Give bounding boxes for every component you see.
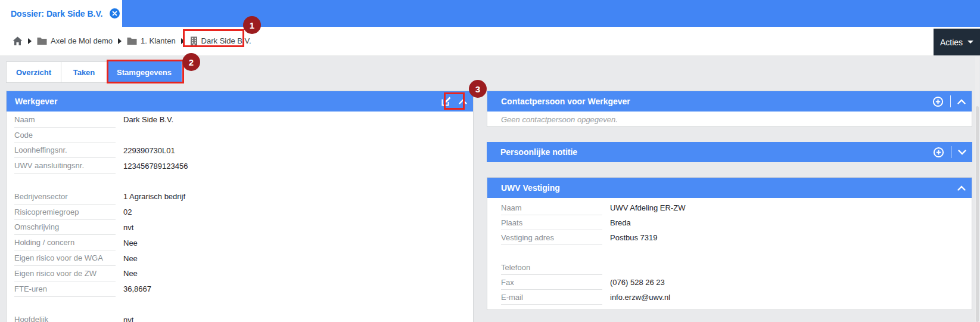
field-label (14, 174, 116, 189)
field-value: Breda (602, 218, 631, 227)
breadcrumb-separator-icon (181, 38, 185, 44)
field-label: Naam (14, 112, 116, 128)
werkgever-panel: Werkgever Naam Dark Side B.V. Code Loonh… (6, 91, 474, 322)
field-value: nvt (116, 223, 133, 232)
dossier-window-tab[interactable]: Dossier: Dark Side B.V. (0, 0, 122, 27)
werkgever-fields: Naam Dark Side B.V. Code Loonheffingsnr.… (7, 112, 473, 322)
field-label: Bedrijvensector (14, 189, 116, 205)
field-row: Bedrijvensector 1 Agrarisch bedrijf (14, 189, 473, 205)
field-label: UWV aansluitingsnr. (14, 158, 116, 174)
notitie-panel: Persoonlijke notitie (487, 142, 972, 162)
field-row (14, 174, 473, 189)
field-row: Vestiging adres Postbus 7319 (501, 230, 972, 245)
annotation-badge-2: 2 (182, 53, 200, 71)
field-label: Telefoon (501, 260, 602, 275)
contactpersoon-panel: Contactpersoon voor Werkgever Geen conta… (487, 91, 972, 127)
folder-icon (127, 37, 137, 45)
breadcrumb-separator-icon (28, 38, 32, 44)
chevron-up-icon[interactable] (459, 99, 467, 104)
field-row: Telefoon (501, 260, 972, 275)
breadcrumb: Axel de Mol demo 1. Klanten Dark Side B.… (0, 27, 980, 55)
tab-taken[interactable]: Taken (61, 61, 107, 83)
breadcrumb-item-folder[interactable]: Axel de Mol demo (37, 36, 113, 45)
field-label: Omschrijving (14, 220, 116, 236)
field-value: Dark Side B.V. (116, 115, 173, 124)
field-value: 36,8667 (116, 284, 151, 293)
field-label (501, 245, 602, 260)
acties-button[interactable]: Acties (934, 29, 980, 55)
breadcrumb-item-folder[interactable]: 1. Klanten (127, 36, 176, 45)
field-row: UWV aansluitingsnr. 123456789123456 (14, 158, 473, 174)
edit-icon[interactable] (440, 95, 452, 107)
field-row: Naam Dark Side B.V. (14, 112, 473, 128)
field-label: Eigen risico voor de ZW (14, 266, 116, 281)
uwv-vestiging-panel: UWV Vestiging Naam UWV Afdeling ER-ZW Pl… (487, 177, 972, 310)
tab-overzicht[interactable]: Overzicht (6, 61, 61, 83)
field-label: Plaats (501, 215, 602, 230)
field-row: Loonheffingsnr. 229390730L01 (14, 143, 473, 159)
contactpersoon-panel-title: Contactpersoon voor Werkgever (501, 97, 932, 106)
folder-icon (37, 37, 47, 45)
annotation-badge-1: 1 (243, 16, 261, 34)
field-label: Vestiging adres (501, 230, 602, 245)
field-value: info.erzw@uwv.nl (602, 293, 670, 302)
field-value: 229390730L01 (116, 146, 175, 155)
top-bar (0, 0, 980, 27)
close-icon[interactable] (110, 8, 120, 18)
notitie-panel-header: Persoonlijke notitie (487, 142, 972, 162)
plus-circle-icon[interactable] (933, 147, 944, 158)
field-row: Risicopremiegroep 02 (14, 205, 473, 220)
dossier-tab-title: Dossier: Dark Side B.V. (11, 9, 102, 18)
building-icon (190, 36, 198, 46)
plus-circle-icon[interactable] (932, 96, 944, 107)
field-label: Naam (501, 200, 602, 215)
breadcrumb-separator-icon (118, 38, 122, 44)
breadcrumb-item-dossier[interactable]: Dark Side B.V. (190, 36, 251, 46)
field-label: Risicopremiegroep (14, 205, 116, 220)
field-row: Omschrijving nvt (14, 220, 473, 236)
field-row: Eigen risico voor de WGA Nee (14, 250, 473, 266)
uwv-vestiging-fields: Naam UWV Afdeling ER-ZW Plaats Breda Ves… (487, 198, 972, 305)
field-label: E-mail (501, 290, 602, 305)
field-row: Holding / concern Nee (14, 235, 473, 250)
field-row: Eigen risico voor de ZW Nee (14, 266, 473, 281)
field-value: nvt (116, 315, 133, 322)
annotation-badge-3: 3 (469, 80, 487, 98)
home-icon[interactable] (13, 36, 23, 46)
chevron-up-icon[interactable] (957, 99, 966, 104)
field-row: Fax (076) 528 26 23 (501, 275, 972, 290)
contactpersoon-empty-text: Geen contactpersoon opgegeven. (487, 112, 972, 124)
field-row: Plaats Breda (501, 215, 972, 230)
field-value: Postbus 7319 (602, 233, 658, 242)
field-value: 1 Agrarisch bedrijf (116, 192, 185, 201)
notitie-panel-title: Persoonlijke notitie (500, 147, 933, 157)
caret-down-icon (967, 41, 973, 44)
field-value: Nee (116, 239, 138, 247)
chevron-up-icon[interactable] (957, 185, 966, 191)
field-label: Hoofdelijk (14, 312, 116, 322)
field-label: FTE-uren (14, 281, 116, 297)
contactpersoon-panel-header: Contactpersoon voor Werkgever (487, 91, 972, 112)
field-row: E-mail info.erzw@uwv.nl (501, 290, 972, 305)
field-value: Nee (116, 269, 138, 278)
field-label (14, 297, 116, 312)
tab-stamgegevens[interactable]: Stamgegevens (107, 61, 182, 83)
field-row (14, 297, 473, 312)
uwv-vestiging-panel-title: UWV Vestiging (501, 183, 957, 193)
header-divider (950, 95, 951, 107)
chevron-down-icon[interactable] (958, 150, 966, 155)
field-value: Nee (116, 254, 138, 263)
field-label: Code (14, 128, 116, 143)
field-row: Naam UWV Afdeling ER-ZW (501, 200, 972, 215)
field-row: FTE-uren 36,8667 (14, 281, 473, 297)
field-value: (076) 528 26 23 (602, 278, 665, 287)
uwv-vestiging-panel-header: UWV Vestiging (487, 178, 972, 198)
field-label: Holding / concern (14, 235, 116, 250)
werkgever-panel-header: Werkgever (7, 91, 473, 112)
field-row (501, 245, 972, 260)
field-value: 123456789123456 (116, 162, 188, 171)
scrollbar-thumb[interactable] (976, 106, 979, 322)
tab-bar: Overzicht Taken Stamgegevens (6, 61, 182, 83)
field-value: UWV Afdeling ER-ZW (602, 203, 685, 212)
field-value: 02 (116, 208, 132, 216)
